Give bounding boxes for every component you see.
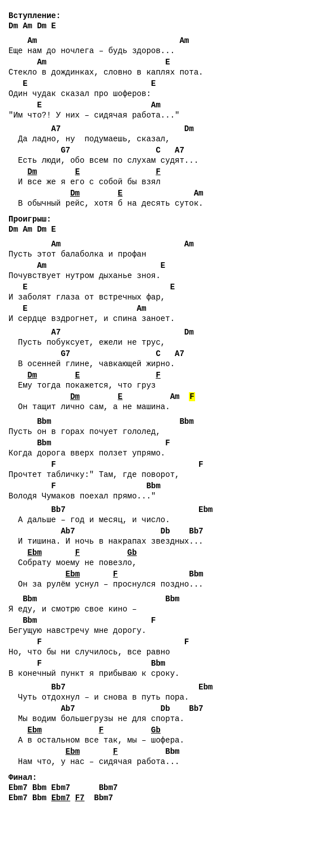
chord-line: Bb7 Ebm [8,505,320,515]
lyric-line: Чуть отдохнул – и снова в путь пора. [8,693,320,703]
chord-line: Bbm Bbm [8,417,320,427]
lyric-line: И сердце вздрогнет, и спина заноет. [8,314,320,324]
chord-line: Am E [8,261,320,271]
chord-line: Bb7 Ebm [8,683,320,693]
chord-line: F Bbm [8,481,320,492]
lyric-line: В конечный пункт я прибываю к сроку. [8,669,320,679]
lyric-line: Бегущую навстречу мне дорогу. [8,626,320,636]
chord-line: F Bbm [8,659,320,669]
chord-line: E E [8,283,320,293]
chord-line: G7 C A7 [8,146,320,156]
chord-line: Ebm F Bbm [8,747,320,757]
chord-line: Am Am [8,240,320,250]
lyric-line: Он тащит лично сам, а не машина. [8,402,320,413]
chord-line: Ebm F Bbm [8,570,320,580]
lyric-line: Собрату моему не повезло, [8,558,320,568]
chord-line: F F [8,637,320,648]
chord-line: Bbm F [8,439,320,449]
chord-line: E Am [8,101,320,111]
lyric-line: Прочтет табличку:" Там, где поворот, [8,470,320,480]
chord-line: G7 C A7 [8,349,320,359]
chorus1-block: A7 Dm Да ладно, ну подумаешь, сказал, G7… [8,124,320,209]
chord-line: E E [8,79,320,89]
chord-line: Ab7 Db Bb7 [8,704,320,714]
lyric-line: В обычный рейс, хотя б на десять суток. [8,199,320,209]
chord-line: Dm E Am [8,189,320,199]
chord-line: Am E [8,58,320,68]
lyric-line: И все же я его с собой бы взял [8,177,320,188]
lyric-line: Я еду, и смотрю свое кино – [8,605,320,615]
lyric-line: Володя Чумаков поехал прямо..." [8,492,320,502]
lyric-line: Один чудак сказал про шоферов: [8,89,320,99]
lyric-line: Есть люди, обо всем по слухам судят... [8,156,320,166]
lyric-line: Он за рулём уснул – проснулся поздно... [8,580,320,590]
chord-line: Dm E Am F [8,392,320,402]
lyric-line: А дальше – год и месяц, и число. [8,515,320,526]
chord-line: Ebm F Gb [8,726,320,736]
chord-line: Bbm Bbm [8,594,320,605]
lyric-line: Когда дорога вверх ползет упрямо. [8,449,320,459]
finale-line1: Ebm7 Bbm Ebm7 Bbm7 [8,783,320,793]
chord-line: Dm E F [8,167,320,177]
lyric-line: Почувствует нутром дыханье зноя. [8,271,320,281]
lyric-line: В осенней глине, чавкающей жирно. [8,359,320,370]
lyric-line: Стекло в дождинках, словно в каплях пота… [8,68,320,78]
intro-chords: Dm Am Dm E [8,21,320,32]
chord-line: A7 Dm [8,124,320,134]
chord-line: Ebm F Gb [8,548,320,558]
chord-line: Bbm F [8,616,320,626]
verse4-block: Bbm Bbm Я еду, и смотрю свое кино – Bbm … [8,594,320,679]
finale-title: Финал: [8,773,320,782]
verse1-block: Am Am Еще нам до ночлега – будь здоров..… [8,36,320,121]
chord-line: E Am [8,304,320,314]
verse2-block: Am Am Пусть этот балаболка и профан Am E… [8,240,320,324]
finale-line2: Ebm7 Bbm Ebm7 F7 Bbm7 [8,793,320,804]
chorus2-block: A7 Dm Пусть побуксует, ежели не трус, G7… [8,328,320,413]
lyric-line: Пусть побуксует, ежели не трус, [8,338,320,348]
lyric-line: Пусть этот балаболка и профан [8,250,320,260]
chord-line: Dm E F [8,371,320,381]
lyric-line: Пусть он в горах почует гололед, [8,427,320,437]
lyric-line: А в остальном все так, мы – шофера. [8,736,320,746]
lyric-line: Ему тогда покажется, что груз [8,381,320,391]
chorus3-block: Bb7 Ebm А дальше – год и месяц, и число.… [8,505,320,590]
lyric-line: "Им что?! У них – сидячая работа..." [8,111,320,121]
chorus4-block: Bb7 Ebm Чуть отдохнул – и снова в путь п… [8,683,320,767]
lyric-line: Да ладно, ну подумаешь, сказал, [8,134,320,145]
lyric-line: Но, что бы ни случилось, все равно [8,648,320,658]
lyric-line: И тишина. И ночь в накрапах звездных... [8,537,320,547]
chord-line: A7 Dm [8,328,320,338]
chord-line: F F [8,460,320,470]
lyric-line: И заболят глаза от встречных фар, [8,293,320,303]
lyric-line: Нам что, у нас – сидячая работа... [8,757,320,767]
interlude-chords: Dm Am Dm E [8,225,320,235]
song-page: Вступление: Dm Am Dm E Am Am Еще нам до … [8,11,320,804]
interlude-title: Проигрыш: [8,215,320,224]
chord-line: Am Am [8,36,320,46]
lyric-line: Еще нам до ночлега – будь здоров... [8,46,320,57]
chord-line: Ab7 Db Bb7 [8,527,320,537]
intro-title: Вступление: [8,11,320,20]
lyric-line: Мы водим большегрузы не для спорта. [8,714,320,724]
verse3-block: Bbm Bbm Пусть он в горах почует гололед,… [8,417,320,502]
